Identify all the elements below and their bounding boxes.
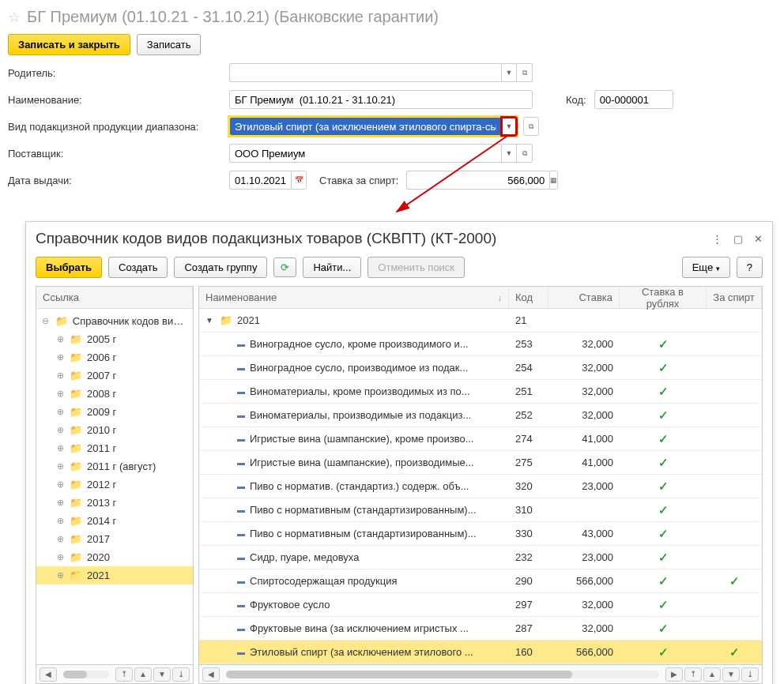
- grid-row[interactable]: ▬Пиво с нормативным (стандартизированным…: [199, 522, 762, 546]
- collapse-icon[interactable]: ▼: [205, 316, 215, 325]
- grid-row[interactable]: ▬Спиртосодержащая продукция290566,000✓✓: [199, 569, 762, 593]
- folder-icon: 📁: [70, 442, 82, 454]
- tree-item-year[interactable]: ⊕📁2017: [36, 530, 193, 548]
- expand-icon[interactable]: ⊕: [55, 334, 65, 344]
- nav-up-icon[interactable]: ▲: [134, 667, 152, 682]
- tree-item-year[interactable]: ⊕📁2007 г: [36, 366, 193, 385]
- nav-bottom-icon[interactable]: ⤓: [172, 667, 190, 682]
- favorite-star-icon[interactable]: ☆: [8, 9, 21, 26]
- grid-row[interactable]: ▬Виноматериалы, производимые из подакциз…: [199, 404, 762, 427]
- col-link[interactable]: Ссылка: [36, 287, 193, 308]
- tree-item-year[interactable]: ⊕📁2011 г: [36, 439, 193, 457]
- expand-icon[interactable]: ⊕: [55, 570, 65, 581]
- nav-up-icon[interactable]: ▲: [703, 667, 721, 682]
- create-group-button[interactable]: Создать группу: [174, 257, 267, 278]
- expand-icon[interactable]: ⊕: [55, 461, 65, 472]
- item-icon: ▬: [237, 577, 245, 585]
- grid-row[interactable]: ▬Фруктовые вина (за исключением игристых…: [199, 617, 762, 641]
- tree-item-year[interactable]: ⊕📁2014 г: [36, 512, 193, 530]
- expand-icon[interactable]: ⊕: [55, 516, 65, 526]
- open-icon[interactable]: ⧉: [523, 117, 539, 136]
- collapse-icon[interactable]: ⊖: [41, 316, 51, 326]
- grid-row[interactable]: ▬Виноградное сусло, производимое из пода…: [199, 356, 762, 380]
- expand-icon[interactable]: ⊕: [55, 534, 65, 544]
- expand-icon[interactable]: ⊕: [55, 370, 65, 381]
- folder-tree[interactable]: ⊖ 📁 Справочник кодов видов ⊕📁2005 г⊕📁200…: [36, 309, 193, 664]
- open-icon[interactable]: ⧉: [517, 63, 533, 82]
- nav-down-icon[interactable]: ▼: [722, 667, 740, 682]
- expand-icon[interactable]: ⊕: [55, 479, 65, 490]
- expand-icon[interactable]: ⊕: [55, 552, 65, 562]
- grid-row[interactable]: ▬Пиво с норматив. (стандартиз.) содерж. …: [199, 475, 762, 498]
- calendar-icon[interactable]: 📅: [291, 171, 307, 190]
- calc-icon[interactable]: ▦: [549, 171, 558, 190]
- close-icon[interactable]: ✕: [754, 233, 763, 245]
- code-input[interactable]: [594, 90, 673, 109]
- save-button[interactable]: Записать: [137, 34, 202, 55]
- expand-icon[interactable]: ⊕: [55, 443, 65, 453]
- grid-row[interactable]: ▬Этиловый спирт (за исключением этиловог…: [199, 641, 762, 664]
- tree-item-year[interactable]: ⊕📁2011 г (август): [36, 457, 193, 475]
- tree-item-year[interactable]: ⊕📁2013 г: [36, 494, 193, 512]
- expand-icon[interactable]: ⊕: [55, 425, 65, 435]
- grid-row[interactable]: ▬Игристые вина (шампанские), производимы…: [199, 451, 762, 475]
- grid-row[interactable]: ▬Пиво с нормативным (стандартизированным…: [199, 498, 762, 522]
- more-button[interactable]: Еще ▾: [682, 257, 730, 278]
- spirit-rate-label: Ставка за спирт:: [319, 175, 398, 186]
- folder-icon: 📁: [70, 460, 82, 472]
- scroll-left-icon[interactable]: ◀: [202, 667, 220, 682]
- help-button[interactable]: ?: [737, 257, 763, 278]
- col-rubles[interactable]: Ставка в рублях: [620, 287, 707, 308]
- col-rate[interactable]: Ставка: [548, 287, 620, 308]
- refresh-icon[interactable]: ⟳: [273, 257, 296, 277]
- col-code[interactable]: Код: [509, 287, 548, 308]
- open-icon[interactable]: ⧉: [517, 144, 533, 163]
- grid-group-row[interactable]: ▼📁202121: [199, 309, 762, 333]
- create-button[interactable]: Создать: [108, 257, 168, 278]
- expand-icon[interactable]: ⊕: [55, 352, 65, 363]
- col-spirit[interactable]: За спирт: [707, 287, 762, 308]
- grid-row[interactable]: ▬Виноматериалы, кроме производимых из по…: [199, 380, 762, 404]
- item-icon: ▬: [237, 387, 245, 396]
- tree-item-year[interactable]: ⊕📁2010 г: [36, 421, 193, 439]
- folder-icon: 📁: [70, 388, 82, 400]
- tree-item-year[interactable]: ⊕📁2012 г: [36, 475, 193, 494]
- code-label: Код:: [566, 94, 586, 106]
- check-icon: ✓: [658, 361, 669, 375]
- grid-row[interactable]: ▬Виноградное сусло, кроме производимого …: [199, 333, 762, 356]
- tree-item-year[interactable]: ⊕📁2005 г: [36, 330, 193, 348]
- parent-input[interactable]: [229, 63, 501, 82]
- expand-icon[interactable]: ⊕: [55, 407, 65, 417]
- save-close-button[interactable]: Записать и закрыть: [8, 34, 130, 55]
- dropdown-icon[interactable]: ▼: [501, 117, 517, 136]
- grid-row[interactable]: ▬Игристые вина (шампанские), кроме произ…: [199, 427, 762, 451]
- col-name[interactable]: Наименование↓: [199, 287, 509, 308]
- grid-row[interactable]: ▬Фруктовое сусло29732,000✓: [199, 593, 762, 617]
- tree-item-year[interactable]: ⊕📁2009 г: [36, 403, 193, 421]
- scroll-left-icon[interactable]: ◀: [40, 667, 57, 682]
- nav-top-icon[interactable]: ⤒: [684, 667, 702, 682]
- tree-item-year[interactable]: ⊕📁2020: [36, 548, 193, 566]
- nav-down-icon[interactable]: ▼: [153, 667, 171, 682]
- name-input[interactable]: [229, 90, 533, 109]
- item-icon: ▬: [237, 458, 245, 467]
- nav-bottom-icon[interactable]: ⤓: [741, 667, 759, 682]
- minimize-icon[interactable]: ▢: [733, 233, 743, 245]
- dropdown-icon[interactable]: ▼: [501, 63, 517, 82]
- scroll-right-icon[interactable]: ▶: [665, 667, 683, 682]
- expand-icon[interactable]: ⊕: [55, 498, 65, 508]
- tree-item-year[interactable]: ⊕📁2006 г: [36, 348, 193, 366]
- expand-icon[interactable]: ⊕: [55, 389, 65, 399]
- grid-row[interactable]: ▬Сидр, пуаре, медовуха23223,000✓: [199, 546, 762, 569]
- tree-item-year[interactable]: ⊕📁2021: [36, 566, 193, 584]
- directory-dialog: Справочник кодов видов подакцизных товар…: [25, 221, 773, 684]
- tree-root[interactable]: ⊖ 📁 Справочник кодов видов: [36, 312, 193, 330]
- issue-date-input[interactable]: [229, 171, 291, 190]
- tree-item-year[interactable]: ⊕📁2008 г: [36, 385, 193, 403]
- check-icon: ✓: [658, 337, 669, 351]
- nav-top-icon[interactable]: ⤒: [115, 667, 133, 682]
- select-button[interactable]: Выбрать: [36, 257, 102, 278]
- more-menu-icon[interactable]: ⋮: [712, 233, 722, 245]
- find-button[interactable]: Найти...: [303, 257, 361, 278]
- folder-icon: 📁: [70, 406, 82, 418]
